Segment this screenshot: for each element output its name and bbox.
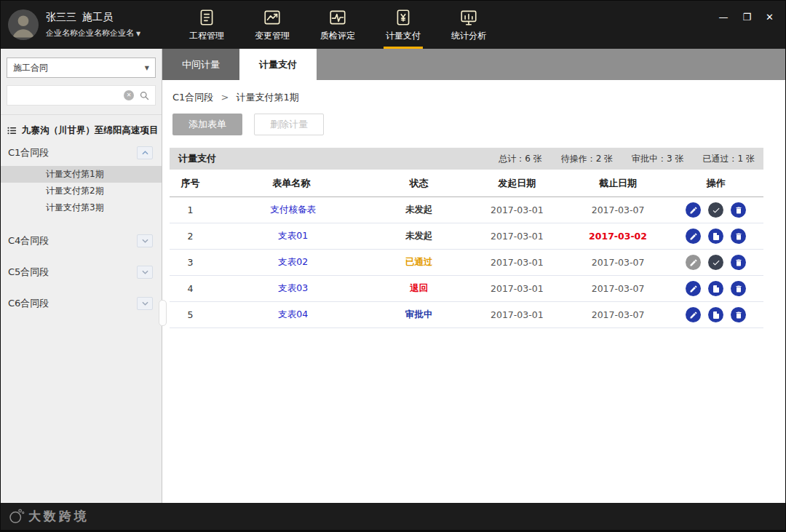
table-row: 5支表04审批中2017-03-012017-03-07 xyxy=(170,302,763,328)
approve-icon xyxy=(712,206,720,215)
expand-icon[interactable] xyxy=(137,297,153,310)
table-row: 3支表02已通过2017-03-012017-03-07 xyxy=(170,250,763,276)
submit-button[interactable] xyxy=(708,281,723,296)
nav-measurement-payment[interactable]: 计量支付 xyxy=(377,1,429,49)
edit-icon xyxy=(689,232,698,241)
end-date-cell: 2017-03-07 xyxy=(568,276,669,302)
payment-period-item-1[interactable]: 计量支付第1期 xyxy=(1,166,162,183)
form-link[interactable]: 支付核备表 xyxy=(271,204,317,215)
edit-icon xyxy=(689,206,698,215)
status-badge: 未发起 xyxy=(405,230,433,241)
column-header-0: 序号 xyxy=(170,170,211,197)
edit-button[interactable] xyxy=(686,202,701,218)
row-number-cell: 1 xyxy=(170,197,211,223)
delete-button[interactable] xyxy=(731,281,746,296)
delete-icon xyxy=(734,232,743,241)
search-input[interactable] xyxy=(12,90,124,101)
breadcrumb-parent[interactable]: C1合同段 xyxy=(172,92,213,103)
contract-node-c5[interactable]: C5合同段 xyxy=(1,259,162,285)
edit-button[interactable] xyxy=(686,255,701,270)
payment-period-item-3[interactable]: 计量支付第3期 xyxy=(1,199,162,216)
tab-intermediate-measure[interactable]: 中间计量 xyxy=(162,49,239,80)
form-name-cell: 支表04 xyxy=(211,302,371,328)
form-link[interactable]: 支表04 xyxy=(278,309,308,319)
nav-project-management[interactable]: 工程管理 xyxy=(180,1,233,49)
contract-tree: C1合同段计量支付第1期计量支付第2期计量支付第3期C4合同段C5合同段C6合同… xyxy=(1,140,162,317)
delete-icon xyxy=(734,285,743,293)
delete-icon xyxy=(734,258,743,267)
form-name-cell: 支表02 xyxy=(211,250,371,276)
sidebar-resize-handle[interactable] xyxy=(159,300,167,326)
user-block[interactable]: 张三三施工员 企业名称企业名称企业名▼ xyxy=(1,9,162,40)
payment-period-item-2[interactable]: 计量支付第2期 xyxy=(1,183,162,199)
edit-button[interactable] xyxy=(686,229,701,244)
approve-button[interactable] xyxy=(708,255,723,270)
delete-icon xyxy=(734,206,743,215)
add-form-button[interactable]: 添加表单 xyxy=(172,114,242,135)
status-badge: 已通过 xyxy=(405,256,433,267)
summary-stats: 总计：6 张待操作：2 张审批中：3 张已通过：1 张 xyxy=(499,153,755,165)
watermark-circle-icon xyxy=(8,508,25,525)
tab-strip: 中间计量计量支付 xyxy=(162,49,785,80)
delete-measure-button[interactable]: 删除计量 xyxy=(254,114,324,135)
contract-node-label: C4合同段 xyxy=(8,234,49,247)
edit-icon xyxy=(689,311,698,319)
nav-label: 计量支付 xyxy=(386,30,421,42)
row-number-cell: 3 xyxy=(170,250,211,276)
payment-table: 序号表单名称状态发起日期截止日期操作 1支付核备表未发起2017-03-0120… xyxy=(170,170,763,328)
topbar: 张三三施工员 企业名称企业名称企业名▼ 工程管理变更管理质检评定计量支付统计分析… xyxy=(1,1,785,49)
form-link[interactable]: 支表03 xyxy=(278,282,308,293)
tab-measure-payment[interactable]: 计量支付 xyxy=(239,49,317,80)
nav-change-management[interactable]: 变更管理 xyxy=(246,1,298,49)
stat-approved: 已通过：1 张 xyxy=(703,153,755,165)
contract-node-c4[interactable]: C4合同段 xyxy=(1,228,162,254)
toolbar: 添加表单 删除计量 xyxy=(172,114,785,135)
contract-node-c6[interactable]: C6合同段 xyxy=(1,290,162,317)
contract-node-c1[interactable]: C1合同段 xyxy=(1,140,162,166)
form-name-cell: 支表03 xyxy=(211,276,371,302)
start-date-cell: 2017-03-01 xyxy=(467,250,568,276)
nav-label: 工程管理 xyxy=(189,30,224,42)
delete-button[interactable] xyxy=(731,307,746,322)
collapse-icon[interactable] xyxy=(137,146,153,159)
contract-node-label: C1合同段 xyxy=(8,146,49,159)
form-name-cell: 支付核备表 xyxy=(211,197,371,223)
footer: 大数跨境 xyxy=(1,503,785,530)
nav-statistics-analysis[interactable]: 统计分析 xyxy=(442,1,495,49)
expand-icon[interactable] xyxy=(137,266,153,279)
stat-in-approval: 审批中：3 张 xyxy=(632,153,683,165)
expand-icon[interactable] xyxy=(137,234,153,247)
column-header-5: 操作 xyxy=(668,170,763,197)
form-link[interactable]: 支表02 xyxy=(278,256,308,267)
edit-button[interactable] xyxy=(686,307,701,322)
contract-type-select[interactable]: 施工合同 ▼ xyxy=(7,57,156,78)
edit-button[interactable] xyxy=(686,281,701,296)
payment-panel: 计量支付 总计：6 张待操作：2 张审批中：3 张已通过：1 张 序号表单名称状… xyxy=(170,148,763,328)
submit-icon xyxy=(712,285,720,293)
company-selector[interactable]: 企业名称企业名称企业名▼ xyxy=(46,28,140,39)
delete-button[interactable] xyxy=(731,202,746,218)
close-button[interactable]: ✕ xyxy=(766,12,774,23)
submit-button[interactable] xyxy=(708,229,723,244)
table-row: 1支付核备表未发起2017-03-012017-03-07 xyxy=(170,197,763,223)
body-row: 施工合同 ▼ ✕ xyxy=(1,49,785,503)
column-header-4: 截止日期 xyxy=(568,170,669,197)
minimize-button[interactable]: — xyxy=(718,12,728,23)
restore-button[interactable]: ❐ xyxy=(742,12,751,23)
form-link[interactable]: 支表01 xyxy=(278,230,308,241)
search-icon[interactable] xyxy=(139,90,150,101)
submit-button[interactable] xyxy=(708,307,723,322)
clear-icon[interactable]: ✕ xyxy=(124,90,134,100)
contract-node-label: C6合同段 xyxy=(8,297,49,310)
column-header-2: 状态 xyxy=(371,170,467,197)
delete-button[interactable] xyxy=(731,255,746,270)
statistics-analysis-icon xyxy=(459,8,478,27)
actions-cell xyxy=(668,250,763,276)
nav-quality-inspection[interactable]: 质检评定 xyxy=(311,1,364,49)
stat-pending: 待操作：2 张 xyxy=(561,153,613,165)
status-cell: 未发起 xyxy=(371,197,467,223)
column-header-3: 发起日期 xyxy=(467,170,568,197)
project-header[interactable]: 九寨沟（川甘界）至绵阳高速项目 xyxy=(1,124,162,137)
delete-button[interactable] xyxy=(731,229,746,244)
approve-button[interactable] xyxy=(708,202,723,218)
